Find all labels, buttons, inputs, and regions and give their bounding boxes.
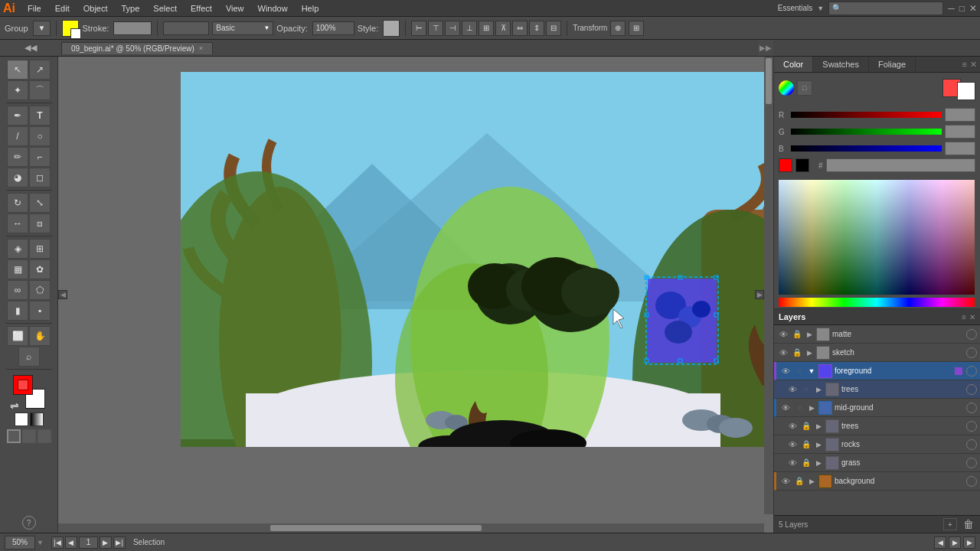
layer-rocks-expand[interactable]: ▶	[814, 440, 823, 449]
layer-matte-circle[interactable]	[966, 329, 977, 340]
live-paint-tool[interactable]: ⬠	[29, 280, 51, 300]
direct-selection-tool[interactable]: ↗	[29, 60, 51, 80]
layer-mg-trees-eye[interactable]: 👁	[786, 420, 799, 432]
color-mode-btn[interactable]: □	[797, 80, 812, 96]
layer-matte-eye[interactable]: 👁	[777, 328, 789, 341]
zoom-input[interactable]	[5, 536, 35, 549]
layer-background[interactable]: 👁 🔒 ▶ background	[774, 472, 980, 491]
layer-foreground-circle[interactable]	[966, 366, 977, 377]
graph-tool[interactable]: ▮	[7, 301, 28, 321]
pencil-tool[interactable]: ✏	[7, 147, 28, 167]
transform-options-btn[interactable]: ⊕	[610, 21, 626, 36]
layer-fg-trees-lock[interactable]: ○	[801, 384, 812, 395]
stroke-color-box[interactable]	[62, 20, 79, 37]
align-bottom-btn[interactable]: ⊼	[495, 21, 511, 36]
document-tab[interactable]: 09_begin.ai* @ 50% (RGB/Preview) ×	[61, 42, 213, 54]
hand-tool[interactable]: ✋	[29, 326, 51, 346]
b-value[interactable]	[945, 142, 975, 155]
g-value[interactable]	[945, 125, 975, 139]
fill-type-select[interactable]	[163, 21, 209, 35]
align-center-btn[interactable]: ⊤	[428, 21, 443, 36]
hex-black-box[interactable]	[795, 158, 809, 172]
ellipse-tool[interactable]: ○	[29, 126, 51, 146]
type-tool[interactable]: T	[29, 106, 51, 126]
layer-foreground-trees[interactable]: 👁 ○ ▶ trees	[774, 380, 980, 399]
align-top-btn[interactable]: ⊥	[462, 21, 477, 36]
layer-grass-circle[interactable]	[966, 458, 977, 468]
layer-foreground[interactable]: 👁 ○ ▼ foreground	[774, 362, 980, 380]
chart-tool[interactable]: ▪	[29, 301, 51, 321]
lasso-tool[interactable]: ⌒	[29, 80, 51, 100]
menu-help[interactable]: Help	[296, 2, 325, 15]
perspective-tool[interactable]: ⊞	[29, 239, 51, 259]
gradient-color-btn[interactable]	[30, 412, 44, 426]
stroke-weight-box[interactable]	[113, 21, 152, 35]
horizontal-scroll-thumb[interactable]	[270, 525, 482, 531]
menu-select[interactable]: Select	[147, 2, 183, 15]
layer-grass-lock[interactable]: 🔒	[801, 458, 812, 468]
delete-layer-btn[interactable]: 🗑	[962, 518, 975, 530]
layer-matte-lock[interactable]: 🔒	[792, 329, 802, 340]
inside-draw-btn[interactable]	[38, 429, 51, 443]
menu-edit[interactable]: Edit	[49, 2, 76, 15]
layer-grass-eye[interactable]: 👁	[786, 457, 799, 469]
layer-mg-trees[interactable]: 👁 🔒 ▶ trees	[774, 417, 980, 435]
vertical-scrollbar[interactable]	[764, 57, 773, 514]
next-page-btn[interactable]: ▶	[100, 536, 112, 549]
layer-sketch-lock[interactable]: 🔒	[792, 347, 802, 358]
opacity-value[interactable]: 100%	[316, 24, 336, 32]
pen-tool[interactable]: ✒	[7, 106, 28, 126]
color-tab[interactable]: Color	[774, 57, 813, 72]
layer-grass[interactable]: 👁 🔒 ▶ grass	[774, 454, 980, 472]
layer-sketch-eye[interactable]: 👁	[777, 347, 789, 359]
right-panel-toggle[interactable]: ▶	[755, 290, 764, 299]
none-color-btn[interactable]	[15, 412, 28, 426]
make-sublayer-btn[interactable]: +	[943, 518, 957, 530]
align-left-btn[interactable]: ⊢	[411, 21, 426, 36]
paintbrush-tool[interactable]: ⌐	[29, 147, 51, 167]
bg-color-swatch[interactable]	[957, 82, 975, 100]
layer-mg-trees-circle[interactable]	[966, 421, 977, 432]
last-page-btn[interactable]: ▶|	[113, 536, 126, 549]
magic-wand-tool[interactable]: ✦	[7, 80, 28, 100]
layer-sketch[interactable]: 👁 🔒 ▶ sketch	[774, 344, 980, 362]
layer-rocks-eye[interactable]: 👁	[786, 439, 799, 451]
play-btn[interactable]: ▶	[949, 536, 961, 549]
blob-brush-tool[interactable]: ◕	[7, 168, 28, 187]
align-right-btn[interactable]: ⊣	[445, 21, 460, 36]
distribute-v-btn[interactable]: ⇕	[529, 21, 544, 36]
canvas-area[interactable]: ◀ ▶	[58, 57, 773, 533]
selection-tool[interactable]: ↖	[7, 60, 28, 80]
layer-background-lock[interactable]: 🔒	[794, 476, 805, 487]
scale-tool[interactable]: ⤡	[29, 193, 51, 213]
blending-mode-select[interactable]: Basic	[216, 24, 234, 32]
layer-midground[interactable]: 👁 ○ ▶ mid-ground	[774, 399, 980, 417]
help-btn[interactable]: ?	[22, 510, 36, 530]
play-prev-btn[interactable]: ◀	[934, 536, 946, 549]
spectrum-bar[interactable]	[779, 298, 975, 307]
layer-fg-trees-expand[interactable]: ▶	[814, 385, 823, 394]
color-wheel-btn[interactable]	[779, 80, 794, 96]
transform-label[interactable]: Transform	[573, 24, 607, 32]
layer-mg-trees-lock[interactable]: 🔒	[801, 421, 812, 432]
layer-grass-expand[interactable]: ▶	[814, 458, 823, 468]
layers-panel-close[interactable]: ✕	[969, 313, 975, 321]
panel-toggle-right[interactable]: ▶▶	[760, 44, 772, 52]
layer-midground-expand[interactable]: ▶	[807, 403, 816, 412]
layer-fg-trees-circle[interactable]	[966, 384, 977, 395]
foreground-color-box[interactable]	[13, 375, 33, 395]
align-vcenter-btn[interactable]: ⊞	[479, 21, 494, 36]
layer-background-circle[interactable]	[966, 476, 977, 487]
style-swatch[interactable]	[383, 20, 400, 37]
layer-foreground-eye[interactable]: 👁	[779, 365, 792, 377]
tab-close-btn[interactable]: ×	[199, 44, 203, 52]
layer-mg-trees-expand[interactable]: ▶	[814, 422, 823, 431]
minimize-button[interactable]: ─	[948, 3, 955, 14]
layer-sketch-circle[interactable]	[966, 347, 977, 358]
layer-matte[interactable]: 👁 🔒 ▶ matte	[774, 325, 980, 344]
layers-options-icon[interactable]: ≡	[962, 313, 966, 321]
distribute-space-btn[interactable]: ⊟	[546, 21, 561, 36]
transform-extra-btn[interactable]: ⊞	[629, 21, 644, 36]
menu-file[interactable]: File	[21, 2, 47, 15]
shape-builder-tool[interactable]: ◈	[7, 239, 28, 259]
